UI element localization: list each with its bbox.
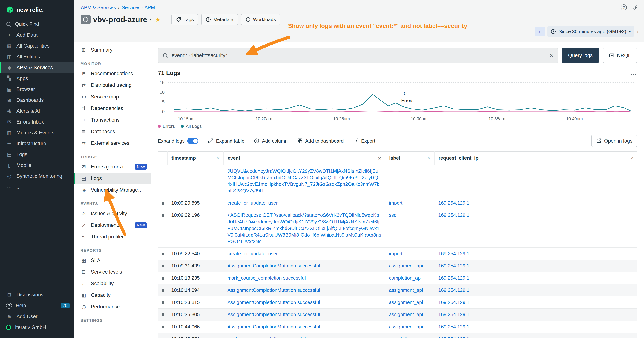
column-header-timestamp[interactable]: timestamp× bbox=[168, 152, 224, 165]
log-label-link[interactable]: completion_api bbox=[389, 336, 422, 338]
log-event-link[interactable]: AssignmentCompletionMutation successful bbox=[228, 263, 320, 268]
row-handle-icon[interactable] bbox=[162, 265, 164, 267]
log-event-link[interactable]: create_or_update_user bbox=[228, 200, 278, 206]
subnav-item-deployments[interactable]: ↗DeploymentsNew bbox=[74, 219, 151, 231]
sidebar-item-alerts-ai[interactable]: ◉Alerts & AI bbox=[0, 106, 74, 116]
more-options-icon[interactable]: … bbox=[630, 70, 637, 77]
metadata-button[interactable]: Metadata bbox=[201, 14, 238, 25]
subnav-item-transactions[interactable]: ≋Transactions bbox=[74, 114, 151, 126]
log-ip-link[interactable]: 169.254.129.1 bbox=[438, 251, 469, 256]
row-handle-icon[interactable] bbox=[162, 326, 164, 328]
column-header-event[interactable]: event× bbox=[224, 152, 385, 165]
clear-query-icon[interactable]: × bbox=[549, 52, 553, 59]
add-column-button[interactable]: Add column bbox=[254, 138, 288, 144]
sidebar-item-iterativ-gmbh[interactable]: Iterativ GmbH bbox=[0, 322, 74, 333]
log-event-link[interactable]: create_or_update_user bbox=[228, 251, 278, 256]
sidebar-item-add-user[interactable]: ⊕Add User bbox=[0, 311, 74, 322]
log-event-link[interactable]: JUQVU&code=eyJraWQiOiJjcGltY29yZV8wOTl1M… bbox=[228, 168, 380, 193]
log-label-link[interactable]: assignment_api bbox=[389, 324, 423, 329]
row-handle-icon[interactable] bbox=[162, 253, 164, 255]
entity-switcher-chevron-icon[interactable]: ▾ bbox=[150, 17, 152, 22]
log-ip-link[interactable]: 169.254.129.1 bbox=[438, 275, 469, 281]
subnav-item-databases[interactable]: ≣Databases bbox=[74, 126, 151, 137]
log-row[interactable]: 10:10:14.094AssignmentCompletionMutation… bbox=[158, 284, 637, 296]
new-relic-logo[interactable]: new relic. bbox=[0, 4, 74, 19]
remove-column-icon[interactable]: × bbox=[630, 155, 634, 162]
sidebar-item-all-entities[interactable]: ◫All Entities bbox=[0, 51, 74, 62]
log-row[interactable]: JUQVU&code=eyJraWQiOiJjcGltY29yZV8wOTl1M… bbox=[158, 165, 637, 197]
subnav-item-service-map[interactable]: ⊶Service map bbox=[74, 91, 151, 103]
remove-column-icon[interactable]: × bbox=[216, 155, 220, 162]
row-handle-icon[interactable] bbox=[162, 301, 164, 304]
log-row[interactable]: 10:09:22.196<ASGIRequest: GET '/sso/call… bbox=[158, 209, 637, 247]
subnav-item-service-levels[interactable]: ⊡Service levels bbox=[74, 266, 151, 278]
log-row[interactable]: 10:10:23.815AssignmentCompletionMutation… bbox=[158, 296, 637, 308]
row-handle-icon[interactable] bbox=[162, 313, 164, 316]
subnav-item-dependencies[interactable]: ⇅Dependencies bbox=[74, 103, 151, 114]
log-event-link[interactable]: AssignmentCompletionMutation successful bbox=[228, 299, 320, 305]
entity-title[interactable]: vbv-prod-azure bbox=[93, 15, 147, 24]
breadcrumb-services-apm[interactable]: Services - APM bbox=[122, 5, 155, 10]
log-event-link[interactable]: AssignmentCompletionMutation successful bbox=[228, 324, 320, 329]
nrql-button[interactable]: NRQL bbox=[603, 48, 637, 63]
log-row[interactable]: 10:10:49.051mark_course_completion succe… bbox=[158, 333, 637, 338]
sidebar-item-apm-services[interactable]: ◆APM & Services bbox=[0, 62, 74, 73]
workloads-button[interactable]: Workloads bbox=[241, 14, 280, 25]
log-label-link[interactable]: completion_api bbox=[389, 275, 422, 281]
log-ip-link[interactable]: 169.254.129.1 bbox=[438, 263, 469, 268]
subnav-item-errors-errors-inb[interactable]: ✉Errors (errors inb...New bbox=[74, 161, 151, 173]
log-row[interactable]: 10:10:13.235mark_course_completion succe… bbox=[158, 272, 637, 284]
log-label-link[interactable]: assignment_api bbox=[389, 312, 423, 317]
row-handle-icon[interactable] bbox=[162, 202, 164, 205]
open-in-logs-button[interactable]: Open in logs bbox=[591, 135, 637, 147]
log-row[interactable]: 10:09:20.895create_or_update_userimport1… bbox=[158, 197, 637, 209]
log-row[interactable]: 10:10:44.066AssignmentCompletionMutation… bbox=[158, 321, 637, 333]
log-ip-link[interactable]: 169.254.129.1 bbox=[438, 287, 469, 293]
expand-logs-toggle-icon[interactable] bbox=[187, 138, 198, 144]
subnav-item-performance[interactable]: ◷Performance bbox=[74, 301, 151, 312]
log-ip-link[interactable]: 169.254.129.1 bbox=[438, 299, 469, 305]
sidebar-item-discussions[interactable]: ⊟Discussions bbox=[0, 289, 74, 300]
sidebar-item-errors-inbox[interactable]: ✉Errors Inbox bbox=[0, 116, 74, 127]
sidebar-item-all-capabilities[interactable]: ▦All Capabilities bbox=[0, 41, 74, 51]
column-header-request-client-ip[interactable]: request_client_ip× bbox=[434, 152, 637, 165]
legend-errors[interactable]: Errors bbox=[158, 124, 175, 129]
subnav-item-thread-profiler[interactable]: ∿Thread profiler bbox=[74, 231, 151, 242]
subnav-item-recommendations[interactable]: ⚑Recommendations bbox=[74, 68, 151, 79]
sidebar-item-synthetic-monitoring[interactable]: ◎Synthetic Monitoring bbox=[0, 171, 74, 182]
log-label-link[interactable]: sso bbox=[389, 212, 396, 218]
log-label-link[interactable]: assignment_api bbox=[389, 299, 423, 305]
sidebar-item-browser[interactable]: ▣Browser bbox=[0, 84, 74, 95]
subnav-item-issues-activity[interactable]: ⚠Issues & activity bbox=[74, 208, 151, 219]
expand-logs-control[interactable]: Expand logs bbox=[158, 138, 198, 144]
query-logs-button[interactable]: Query logs bbox=[562, 48, 599, 63]
subnav-item-capacity[interactable]: ◧Capacity bbox=[74, 289, 151, 301]
log-ip-link[interactable]: 169.254.129.1 bbox=[438, 336, 469, 338]
breadcrumb-apm-services[interactable]: APM & Services bbox=[81, 5, 116, 10]
row-handle-icon[interactable] bbox=[162, 277, 164, 280]
log-event-link[interactable]: AssignmentCompletionMutation successful bbox=[228, 312, 320, 317]
log-label-link[interactable]: import bbox=[389, 200, 402, 206]
sidebar-item-help[interactable]: ?Help70 bbox=[0, 300, 74, 311]
sidebar-item-dashboards[interactable]: ⊞Dashboards bbox=[0, 95, 74, 106]
time-forward-button[interactable]: › bbox=[637, 28, 639, 35]
log-row[interactable]: 10:10:35.305AssignmentCompletionMutation… bbox=[158, 308, 637, 320]
log-label-link[interactable]: import bbox=[389, 251, 402, 256]
sidebar-item-[interactable]: ⋯... bbox=[0, 182, 74, 192]
sidebar-item-metrics-events[interactable]: ▥Metrics & Events bbox=[0, 127, 74, 138]
help-icon[interactable]: ? bbox=[621, 5, 627, 11]
log-label-link[interactable]: assignment_api bbox=[389, 263, 423, 268]
sidebar-item-apps[interactable]: ▚Apps bbox=[0, 73, 74, 84]
log-ip-link[interactable]: 169.254.129.1 bbox=[438, 212, 469, 218]
log-row[interactable]: 10:09:31.439AssignmentCompletionMutation… bbox=[158, 260, 637, 272]
log-ip-link[interactable]: 169.254.129.1 bbox=[438, 324, 469, 329]
log-event-link[interactable]: AssignmentCompletionMutation successful bbox=[228, 287, 320, 293]
log-event-link[interactable]: mark_course_completion successful bbox=[228, 336, 306, 338]
log-label-link[interactable]: assignment_api bbox=[389, 287, 423, 293]
favorite-star-icon[interactable]: ★ bbox=[155, 16, 161, 23]
column-header-label[interactable]: label× bbox=[385, 152, 434, 165]
sidebar-item-infrastructure[interactable]: ☰Infrastructure bbox=[0, 138, 74, 149]
logs-chart[interactable]: 05101510:15am10:20am10:25am10:30am10:35a… bbox=[158, 78, 637, 121]
sidebar-item-logs[interactable]: ▤Logs bbox=[0, 149, 74, 160]
tags-button[interactable]: Tags bbox=[172, 14, 198, 25]
